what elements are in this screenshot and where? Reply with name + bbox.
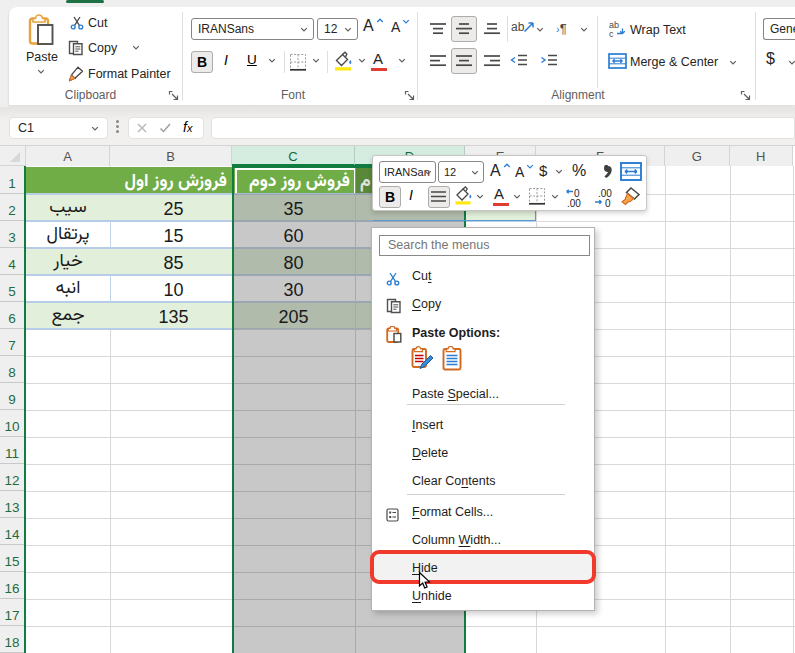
svg-text:0: 0 <box>605 198 611 208</box>
svg-text:c: c <box>609 29 614 38</box>
svg-text:0: 0 <box>574 188 580 199</box>
svg-text:.00: .00 <box>598 188 612 199</box>
svg-text:.00: .00 <box>567 198 581 208</box>
